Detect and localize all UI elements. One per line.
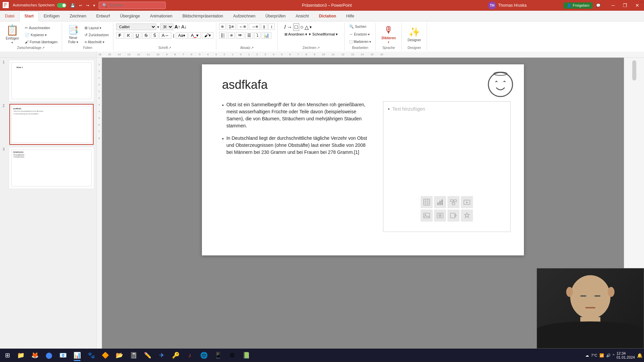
taskbar-telegram[interactable]: ✈	[155, 349, 168, 362]
tab-start[interactable]: Start	[19, 11, 39, 21]
highlight-button[interactable]: 🖌▾	[202, 32, 213, 39]
taskbar-powerpoint[interactable]: 📊	[70, 349, 84, 362]
italic-button[interactable]: K	[125, 32, 132, 39]
decrease-font-button[interactable]: A↓	[181, 24, 186, 29]
insert-chart-icon[interactable]	[434, 196, 446, 208]
insert-smartart-icon[interactable]	[447, 196, 460, 208]
suchen-button[interactable]: 🔍 Suchen	[347, 23, 368, 30]
more-qa-button[interactable]: ▾	[92, 3, 97, 8]
insert-video-icon[interactable]	[447, 209, 460, 222]
scroll-thumb[interactable]	[632, 60, 636, 80]
shadow-button[interactable]: S̈	[151, 32, 158, 39]
taskbar-app13[interactable]: ♪	[183, 349, 197, 362]
tab-aufzeichnen[interactable]: Aufzeichnen	[228, 11, 260, 21]
copy-button[interactable]: 📄 Kopieren ▾	[23, 32, 59, 38]
layout-button[interactable]: ⊞ Layout ▾	[83, 25, 110, 31]
tab-datei[interactable]: Datei	[0, 11, 19, 21]
underline-button[interactable]: U	[133, 32, 141, 39]
bullets-button[interactable]: ≡	[219, 23, 226, 30]
tab-zeichnen[interactable]: Zeichnen	[65, 11, 91, 21]
format-painter-button[interactable]: 🖌 Format übertragen	[23, 39, 59, 45]
restore-button[interactable]: ❐	[621, 2, 629, 9]
line-spacing-button[interactable]: ↕	[268, 23, 275, 30]
neue-folie-button[interactable]: 📑 Neue Folie ▾	[65, 23, 82, 45]
shape-circle[interactable]: ○	[300, 24, 304, 30]
columns-button[interactable]: ⫿	[261, 23, 267, 30]
diktieren-button[interactable]: 🎙 Diktieren ▾	[378, 23, 399, 45]
zwischenablage-expand-icon[interactable]: ↗	[42, 46, 45, 50]
insert-picture-icon[interactable]	[421, 209, 433, 222]
taskbar-onenote[interactable]: 📓	[127, 349, 140, 362]
char-spacing-button[interactable]: A↔	[159, 32, 171, 39]
redo-button[interactable]: ↪	[85, 3, 91, 8]
taskbar-tray-show-hidden[interactable]: ^	[613, 353, 614, 357]
taskbar-browser2[interactable]: 🌐	[197, 349, 211, 362]
font-name-select[interactable]: Calibri	[116, 23, 156, 30]
reset-button[interactable]: ↺ Zurücksetzen	[83, 32, 110, 38]
justify-button[interactable]: ☰	[245, 32, 253, 39]
schnellformat-button[interactable]: ✦ Schnellformat ▾	[308, 32, 338, 37]
cut-button[interactable]: ✂ Ausschneiden	[23, 25, 59, 31]
align-left-button[interactable]: ⬱	[219, 32, 227, 39]
slide-canvas[interactable]: asdfkafa • Obst ist ein Samm	[202, 64, 524, 255]
tab-entwurf[interactable]: Entwurf	[91, 11, 115, 21]
anordnen-button[interactable]: ⊞ Anordnen ▾	[284, 32, 307, 37]
slide-content-left[interactable]: • Obst ist ein Sammelbegriff der für den…	[222, 101, 370, 161]
shape-triangle[interactable]: △	[305, 24, 309, 31]
tab-dictation[interactable]: Dictation	[314, 11, 341, 21]
markieren-button[interactable]: ⬚ Markieren ▾	[347, 39, 373, 45]
zeichnen-expand-icon[interactable]: ↗	[317, 46, 320, 50]
taskbar-outlook[interactable]: 📧	[56, 349, 70, 362]
ersetzen-button[interactable]: ↔ Ersetzen ▾	[347, 31, 371, 37]
bold-button[interactable]: F	[116, 32, 123, 39]
undo-button[interactable]: ↩	[78, 3, 84, 8]
start-button[interactable]: ⊞	[1, 349, 13, 361]
taskbar-app15[interactable]: 📱	[211, 349, 225, 362]
slide-content-right[interactable]: • Text hinzufügen	[383, 101, 511, 232]
insert-photo-icon[interactable]	[434, 209, 446, 222]
shape-arrow[interactable]: →	[287, 24, 292, 30]
shapes-more[interactable]: ▾	[310, 25, 312, 29]
search-input[interactable]	[109, 3, 156, 8]
taskbar-firefox[interactable]: 🦊	[28, 349, 42, 362]
taskbar-explorer[interactable]: 📁	[14, 349, 28, 362]
autosave-toggle[interactable]: Automatisches Speichern	[11, 2, 68, 8]
slide-thumb-1[interactable]: Slide 1	[9, 60, 94, 101]
absatz-expand-icon[interactable]: ↗	[251, 46, 254, 50]
align-right-button[interactable]: ⬲	[236, 32, 244, 39]
abschnitt-button[interactable]: ≡ Abschnitt ▾	[83, 39, 110, 45]
increase-font-button[interactable]: A↑	[174, 24, 180, 29]
tab-ansicht[interactable]: Ansicht	[290, 11, 314, 21]
increase-indent-button[interactable]: →≡	[249, 23, 260, 30]
save-button[interactable]: 💾	[69, 3, 76, 8]
slide-title[interactable]: asdfkafa	[222, 78, 268, 92]
align-center-button[interactable]: ≡	[228, 32, 235, 39]
taskbar-chrome[interactable]: ⬤	[42, 349, 56, 362]
taskbar-app12[interactable]: 🔑	[169, 349, 182, 362]
taskbar-vlc[interactable]: 🔶	[99, 349, 112, 362]
search-bar[interactable]: 🔍 🔍	[99, 2, 166, 9]
insert-table-icon[interactable]	[421, 196, 433, 208]
designer-button[interactable]: ✨ Designer	[405, 23, 424, 45]
insert-icons-icon[interactable]	[461, 209, 473, 222]
schrift-expand-icon[interactable]: ↗	[168, 46, 171, 50]
einfuegen-button[interactable]: 📋 Einfügen ▾	[3, 23, 22, 45]
share-button[interactable]: 👤 Freigeben	[564, 2, 593, 9]
tab-animationen[interactable]: Animationen	[145, 11, 177, 21]
convert-to-smartart-button[interactable]: 📊	[262, 32, 271, 39]
taskbar-app6[interactable]: 🐾	[85, 349, 98, 362]
tab-einfuegen[interactable]: Einfügen	[39, 11, 64, 21]
numbering-button[interactable]: 1≡	[227, 23, 236, 30]
taskbar-excel[interactable]: 📗	[239, 349, 253, 362]
taskbar-app16[interactable]: ⚙	[225, 349, 239, 362]
tab-ueberpruefen[interactable]: Überprüfen	[260, 11, 290, 21]
slide-thumb-3[interactable]: ÖÄSDFKAFA • Wie ist ein Abschnitt der...…	[9, 147, 94, 188]
font-color-button[interactable]: A_▾	[189, 32, 201, 39]
tab-bildschirm[interactable]: Bildschirmpräsentation	[177, 11, 228, 21]
record-button[interactable]: ⏺ Aufzeichnen	[529, 2, 561, 9]
taskbar-files[interactable]: 📂	[113, 349, 126, 362]
insert-media-icon[interactable]	[461, 196, 473, 208]
shape-line[interactable]: /	[284, 24, 286, 30]
text-direction-button[interactable]: ⤵	[254, 32, 261, 39]
taskbar-app10[interactable]: ✏️	[141, 349, 154, 362]
